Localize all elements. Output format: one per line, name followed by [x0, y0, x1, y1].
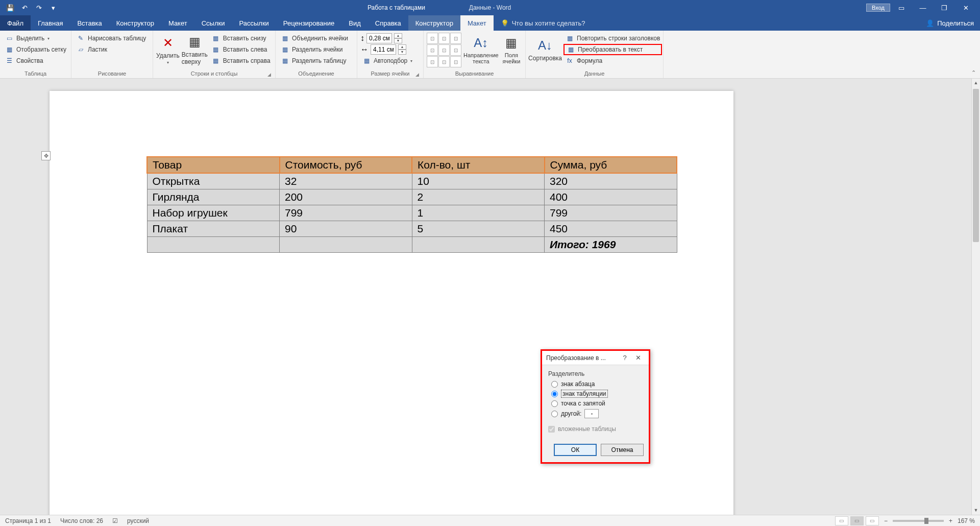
page-indicator[interactable]: Страница 1 из 1: [5, 517, 51, 524]
spell-check-icon[interactable]: ☑: [112, 517, 118, 524]
tab-table-layout[interactable]: Макет: [460, 15, 494, 31]
header-cell[interactable]: Кол-во, шт: [412, 157, 545, 173]
qat-customize-icon[interactable]: ▾: [47, 2, 59, 14]
align-tl[interactable]: ⊡: [427, 33, 438, 44]
redo-icon[interactable]: ↷: [33, 2, 45, 14]
header-cell[interactable]: Сумма, руб: [545, 157, 677, 173]
login-button[interactable]: Вход: [866, 4, 890, 12]
ribbon-display-icon[interactable]: ▭: [891, 1, 912, 15]
zoom-level[interactable]: 167 %: [958, 517, 975, 524]
view-gridlines-button[interactable]: ▦Отобразить сетку: [3, 44, 68, 55]
align-tr[interactable]: ⊡: [450, 33, 461, 44]
close-icon[interactable]: ✕: [955, 1, 976, 15]
spin-down-icon[interactable]: ▼: [398, 50, 406, 55]
merge-cells-button[interactable]: ▦Объединить ячейки: [279, 33, 350, 44]
language-indicator[interactable]: русский: [127, 517, 149, 524]
dialog-close-icon[interactable]: ✕: [631, 354, 645, 362]
select-button[interactable]: ▭Выделить▾: [3, 33, 68, 44]
text-direction-button[interactable]: A↕ Направление текста: [463, 33, 499, 66]
tab-home[interactable]: Главная: [31, 15, 70, 31]
tab-design[interactable]: Конструктор: [109, 15, 161, 31]
split-cells-button[interactable]: ▦Разделить ячейки: [279, 44, 350, 55]
radio-tab[interactable]: знак табуляции: [551, 390, 643, 398]
other-separator-input[interactable]: [584, 409, 599, 418]
align-mc[interactable]: ⊡: [438, 44, 450, 56]
tell-me-search[interactable]: 💡 Что вы хотите сделать?: [494, 15, 593, 31]
split-table-button[interactable]: ▦Разделить таблицу: [279, 55, 350, 66]
autofit-button[interactable]: ▦Автоподбор▾: [360, 55, 414, 66]
save-icon[interactable]: 💾: [4, 2, 16, 14]
row-height-input[interactable]: ↕ ▲▼: [360, 33, 414, 44]
cursor-icon: ▭: [5, 34, 13, 42]
vertical-scrollbar[interactable]: ▲ ▼: [971, 79, 980, 515]
scroll-thumb[interactable]: [973, 89, 979, 242]
scroll-down-icon[interactable]: ▼: [972, 506, 980, 515]
table-tools-label: Работа с таблицами: [357, 0, 435, 15]
separator-label: Разделитель: [548, 370, 643, 377]
spin-up-icon[interactable]: ▲: [398, 44, 406, 50]
eraser-icon: ▱: [77, 45, 85, 54]
rows-cols-launcher-icon[interactable]: ◢: [267, 72, 271, 77]
tab-mailings[interactable]: Рассылки: [232, 15, 276, 31]
cell-size-launcher-icon[interactable]: ◢: [415, 72, 419, 77]
undo-icon[interactable]: ↶: [18, 2, 31, 14]
maximize-icon[interactable]: ❐: [934, 1, 954, 15]
radio-other[interactable]: другой:: [551, 409, 643, 418]
insert-below-button[interactable]: ▦Вставить снизу: [210, 33, 273, 44]
insert-right-button[interactable]: ▦Вставить справа: [210, 55, 273, 66]
eraser-button[interactable]: ▱Ластик: [75, 44, 148, 55]
view-web-icon[interactable]: ▭: [866, 516, 879, 525]
convert-to-text-button[interactable]: ▦Преобразовать в текст: [564, 44, 662, 55]
tab-layout[interactable]: Макет: [161, 15, 194, 31]
col-width-input[interactable]: ↔ ▲▼: [360, 44, 414, 55]
insert-left-button[interactable]: ▦Вставить слева: [210, 44, 273, 55]
dialog-titlebar[interactable]: Преобразование в ... ? ✕: [542, 351, 649, 365]
table-move-handle-icon[interactable]: ✥: [41, 151, 51, 160]
view-read-icon[interactable]: ▭: [835, 516, 848, 525]
draw-table-button[interactable]: ✎Нарисовать таблицу: [75, 33, 148, 44]
spin-down-icon[interactable]: ▼: [394, 38, 402, 43]
align-ml[interactable]: ⊡: [427, 44, 438, 56]
view-print-icon[interactable]: ▭: [850, 516, 864, 525]
tab-review[interactable]: Рецензирование: [276, 15, 341, 31]
delete-button[interactable]: ✕ Удалить▾: [156, 33, 180, 66]
collapse-ribbon-icon[interactable]: ⌃: [971, 69, 976, 76]
cancel-button[interactable]: Отмена: [601, 444, 644, 456]
tab-table-design[interactable]: Конструктор: [408, 15, 460, 31]
word-count[interactable]: Число слов: 26: [60, 517, 103, 524]
minimize-icon[interactable]: —: [913, 1, 933, 15]
tab-view[interactable]: Вид: [341, 15, 368, 31]
repeat-header-button[interactable]: ▦Повторить строки заголовков: [564, 33, 662, 44]
tab-insert[interactable]: Вставка: [70, 15, 109, 31]
insert-above-button[interactable]: ▦ Вставить сверху: [182, 33, 208, 66]
properties-button[interactable]: ☰Свойства: [3, 55, 68, 66]
align-mr[interactable]: ⊡: [450, 44, 461, 56]
spin-up-icon[interactable]: ▲: [394, 33, 402, 38]
ok-button[interactable]: ОК: [554, 444, 597, 456]
zoom-out-icon[interactable]: −: [881, 517, 891, 524]
radio-semicolon[interactable]: точка с запятой: [551, 400, 643, 407]
tab-references[interactable]: Ссылки: [194, 15, 232, 31]
align-tc[interactable]: ⊡: [438, 33, 450, 44]
insert-left-icon: ▦: [212, 45, 220, 54]
dialog-help-icon[interactable]: ?: [618, 354, 631, 362]
sort-button[interactable]: A↓ Сортировка: [529, 33, 561, 66]
zoom-in-icon[interactable]: +: [946, 517, 955, 524]
tab-help[interactable]: Справка: [368, 15, 408, 31]
document-table[interactable]: Товар Стоимость, руб Кол-во, шт Сумма, р…: [146, 156, 677, 253]
repeat-header-icon: ▦: [566, 34, 574, 42]
scroll-up-icon[interactable]: ▲: [972, 79, 980, 87]
zoom-slider[interactable]: [893, 520, 944, 522]
header-cell[interactable]: Стоимость, руб: [280, 157, 412, 173]
radio-paragraph[interactable]: знак абзаца: [551, 380, 643, 388]
align-bl[interactable]: ⊡: [427, 56, 438, 67]
formula-button[interactable]: fxФормула: [564, 55, 662, 66]
header-cell[interactable]: Товар: [147, 157, 280, 173]
align-br[interactable]: ⊡: [450, 56, 461, 67]
total-cell[interactable]: Итого: 1969: [545, 237, 677, 253]
cell-margins-button[interactable]: ▦ Поля ячейки: [501, 33, 522, 66]
tab-file[interactable]: Файл: [0, 15, 31, 31]
align-bc[interactable]: ⊡: [438, 56, 450, 67]
share-button[interactable]: 👤 Поделиться: [926, 15, 974, 31]
table-header-row: Товар Стоимость, руб Кол-во, шт Сумма, р…: [147, 157, 677, 173]
